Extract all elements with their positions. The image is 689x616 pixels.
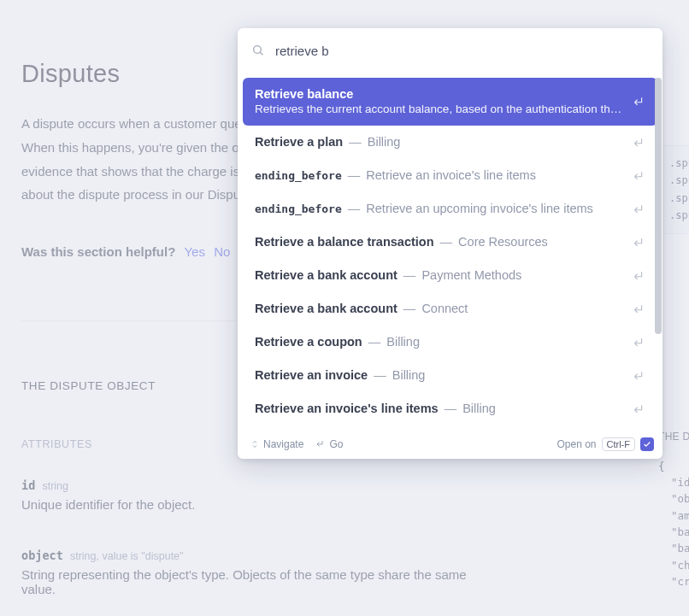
result-content: Retrieve an invoice — Billing — [255, 368, 624, 382]
footer-navigate: Navigate — [250, 438, 303, 450]
enter-icon — [633, 136, 645, 149]
search-input[interactable] — [275, 44, 649, 58]
enter-icon — [633, 302, 645, 315]
search-modal: Retrieve balanceRetrieves the current ac… — [238, 28, 662, 459]
result-title: Retrieve a bank account — Payment Method… — [255, 268, 624, 282]
result-content: ending_before — Retrieve an invoice's li… — [255, 168, 624, 182]
result-title: Retrieve a coupon — Billing — [255, 335, 624, 349]
updown-icon — [250, 439, 260, 449]
scrollbar-thumb[interactable] — [655, 78, 662, 334]
result-content: Retrieve a balance transaction — Core Re… — [255, 235, 624, 249]
result-content: Retrieve a bank account — Payment Method… — [255, 268, 624, 282]
result-title: Retrieve an invoice's line items — Billi… — [255, 402, 624, 415]
search-result[interactable]: Retrieve an invoice's line items — Billi… — [243, 392, 657, 425]
result-sub: Retrieves the current account balance, b… — [255, 103, 624, 115]
enter-icon — [633, 236, 645, 249]
search-result[interactable]: Retrieve a coupon — Billing — [243, 326, 657, 359]
enter-icon — [633, 402, 645, 415]
search-icon — [251, 44, 265, 57]
scrollbar[interactable] — [654, 76, 662, 415]
footer-open-on: Open on — [556, 438, 596, 450]
svg-point-0 — [254, 46, 262, 54]
search-results: Retrieve balanceRetrieves the current ac… — [238, 73, 662, 432]
search-result[interactable]: Retrieve a bank account — Payment Method… — [243, 259, 657, 292]
enter-icon — [315, 439, 326, 449]
result-title: Retrieve balance — [255, 87, 624, 101]
result-title: Retrieve a balance transaction — Core Re… — [255, 235, 624, 249]
search-result[interactable]: ending_before — Retrieve an invoice's li… — [243, 159, 657, 192]
enter-icon — [633, 336, 645, 349]
enter-icon — [633, 202, 645, 215]
footer-go: Go — [315, 438, 343, 450]
search-result[interactable]: Retrieve an invoice — Billing — [243, 359, 657, 392]
search-row — [238, 28, 662, 73]
svg-line-1 — [260, 52, 262, 55]
shortcut-pill: Ctrl-F — [602, 437, 636, 451]
search-footer: Navigate Go Open on Ctrl-F — [238, 432, 662, 459]
result-content: ending_before — Retrieve an upcoming inv… — [255, 202, 624, 215]
result-content: Retrieve an invoice's line items — Billi… — [255, 402, 624, 415]
enter-icon — [633, 269, 645, 282]
result-title: ending_before — Retrieve an upcoming inv… — [255, 202, 624, 215]
result-title: ending_before — Retrieve an invoice's li… — [255, 168, 624, 182]
search-result[interactable]: Retrieve balanceRetrieves the current ac… — [243, 78, 657, 126]
search-result[interactable]: ending_before — Retrieve an upcoming inv… — [243, 192, 657, 226]
enter-icon — [633, 169, 645, 182]
result-title: Retrieve a plan — Billing — [255, 135, 624, 149]
search-result[interactable]: Retrieve a plan — Billing — [243, 126, 657, 159]
result-title: Retrieve a bank account — Connect — [255, 302, 624, 315]
result-content: Retrieve a bank account — Connect — [255, 302, 624, 315]
search-result[interactable]: Retrieve a bank account — Connect — [243, 292, 657, 326]
result-content: Retrieve a plan — Billing — [255, 135, 624, 149]
enter-icon — [633, 369, 645, 382]
search-result[interactable]: Retrieve a balance transaction — Core Re… — [243, 226, 657, 259]
confirm-check-icon[interactable] — [640, 437, 654, 451]
result-title: Retrieve an invoice — Billing — [255, 368, 624, 382]
result-content: Retrieve a coupon — Billing — [255, 335, 624, 349]
enter-icon — [633, 95, 645, 108]
result-content: Retrieve balanceRetrieves the current ac… — [255, 87, 624, 115]
